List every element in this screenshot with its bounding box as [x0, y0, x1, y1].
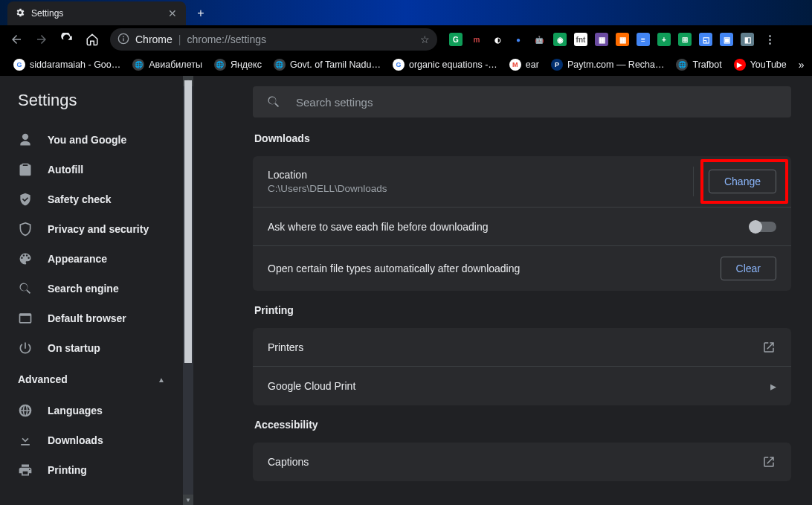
sidebar-scrollbar[interactable]: ▲ ▼: [183, 76, 193, 505]
forward-button[interactable]: [31, 29, 52, 50]
sidebar-item-languages[interactable]: Languages: [0, 396, 183, 425]
sidebar-item-label: Downloads: [48, 434, 103, 446]
bookmark-label: Govt. of Tamil Nadu…: [290, 59, 381, 70]
extension-icon[interactable]: ≡: [637, 33, 650, 46]
omnibox-scheme: Chrome: [135, 33, 173, 45]
downloads-card: Location C:\Users\DELL\Downloads Change …: [253, 156, 791, 291]
location-label: Location: [268, 169, 693, 181]
download-icon: [18, 433, 33, 448]
bookmark-item[interactable]: 🌐Govt. of Tamil Nadu…: [269, 57, 385, 72]
sidebar-item-autofill[interactable]: Autofill: [0, 155, 183, 184]
bookmark-item[interactable]: 🌐Trafbot: [671, 57, 726, 72]
bookmark-item[interactable]: 🌐Авиабилеты: [128, 57, 207, 72]
bookmark-label: ear: [526, 59, 539, 70]
site-info-icon[interactable]: [117, 33, 129, 47]
close-tab-button[interactable]: ✕: [167, 7, 178, 19]
browser-menu-button[interactable]: [764, 35, 775, 45]
palette-icon: [18, 251, 33, 266]
ask-before-download-row: Ask where to save each file before downl…: [253, 208, 791, 246]
settings-content: Downloads Location C:\Users\DELL\Downloa…: [193, 76, 812, 505]
section-title-downloads: Downloads: [254, 132, 791, 144]
extension-icon[interactable]: ▦: [616, 33, 629, 46]
new-tab-button[interactable]: +: [190, 3, 211, 24]
sidebar-item-printing[interactable]: Printing: [0, 455, 183, 485]
sidebar-item-downloads[interactable]: Downloads: [0, 425, 183, 455]
extension-icon[interactable]: +: [657, 33, 671, 46]
back-button[interactable]: [6, 29, 27, 50]
bookmark-favicon: M: [509, 59, 521, 71]
extension-icon[interactable]: ◱: [699, 33, 712, 46]
advanced-toggle[interactable]: Advanced ▲: [0, 363, 183, 396]
bookmark-item[interactable]: Gorganic equations -…: [388, 57, 502, 72]
sidebar-item-label: Autofill: [48, 164, 83, 176]
sidebar-item-label: You and Google: [48, 134, 126, 146]
external-link-icon: [761, 454, 776, 469]
extension-icon[interactable]: ●: [512, 33, 525, 46]
sidebar-item-appearance[interactable]: Appearance: [0, 244, 183, 274]
settings-app: Settings You and GoogleAutofillSafety ch…: [0, 76, 812, 505]
bookmark-label: organic equations -…: [409, 59, 497, 70]
clipboard-icon: [18, 162, 33, 177]
extension-icon[interactable]: ▣: [720, 33, 733, 46]
bookmark-item[interactable]: 🌐Яндекс: [210, 57, 266, 72]
scroll-down-arrow[interactable]: ▼: [183, 495, 193, 505]
extension-icon[interactable]: 🤖: [532, 33, 546, 46]
ask-toggle[interactable]: [750, 222, 776, 232]
auto-open-row: Open certain file types automatically af…: [253, 246, 791, 291]
bookmark-label: siddaramaiah - Goo…: [30, 59, 120, 70]
section-title-accessibility: Accessibility: [254, 419, 791, 431]
bookmark-item[interactable]: PPaytm.com — Recha…: [547, 57, 669, 72]
extension-icon[interactable]: G: [449, 33, 463, 46]
tab-title: Settings: [31, 8, 63, 19]
sidebar-item-default-browser[interactable]: Default browser: [0, 303, 183, 333]
google-cloud-print-row[interactable]: Google Cloud Print ▸: [253, 367, 791, 405]
page-title: Settings: [0, 76, 183, 125]
scrollbar-thumb[interactable]: [184, 80, 192, 363]
reload-button[interactable]: [57, 29, 77, 50]
extension-icon[interactable]: ⊞: [678, 33, 692, 46]
omnibox-url: chrome://settings: [187, 33, 266, 45]
clear-button[interactable]: Clear: [721, 257, 776, 280]
bookmarks-overflow-button[interactable]: »: [794, 59, 809, 71]
bookmark-favicon: 🌐: [274, 59, 286, 71]
sidebar-item-on-startup[interactable]: On startup: [0, 333, 183, 363]
home-button[interactable]: [82, 29, 103, 50]
address-bar[interactable]: Chrome | chrome://settings ☆: [110, 28, 437, 51]
sidebar-item-label: Default browser: [48, 312, 126, 324]
extension-icon[interactable]: ◉: [553, 33, 567, 46]
extension-icon[interactable]: ◐: [491, 33, 504, 46]
bookmark-item[interactable]: ▶YouTube: [729, 57, 791, 72]
sidebar-item-safety-check[interactable]: Safety check: [0, 184, 183, 214]
sidebar-item-privacy-and-security[interactable]: Privacy and security: [0, 214, 183, 244]
extension-icon[interactable]: ▦: [595, 33, 608, 46]
extension-icon[interactable]: ◧: [741, 33, 754, 46]
download-location-row: Location C:\Users\DELL\Downloads Change: [253, 156, 791, 208]
printing-card: Printers Google Cloud Print ▸: [253, 328, 791, 405]
bookmark-label: Яндекс: [231, 59, 262, 70]
bookmark-favicon: G: [13, 59, 25, 71]
bookmark-item[interactable]: Mear: [505, 57, 544, 72]
extension-icons: Gm◐●🤖◉fnt▦▦≡+⊞◱▣◧: [449, 33, 754, 46]
bookmark-item[interactable]: Gsiddaramaiah - Goo…: [9, 57, 125, 72]
search-icon: [18, 281, 33, 296]
bookmark-star-icon[interactable]: ☆: [420, 33, 430, 45]
external-link-icon: [761, 340, 776, 355]
extension-icon[interactable]: fnt: [574, 33, 587, 46]
bookmark-label: YouTube: [750, 59, 787, 70]
captions-row[interactable]: Captions: [253, 443, 791, 481]
power-icon: [18, 341, 33, 356]
chevron-up-icon: ▲: [158, 376, 165, 384]
sidebar-item-label: On startup: [48, 342, 100, 354]
extension-icon[interactable]: m: [470, 33, 483, 46]
printers-row[interactable]: Printers: [253, 328, 791, 367]
browser-tab[interactable]: Settings ✕: [7, 1, 186, 25]
sidebar-item-search-engine[interactable]: Search engine: [0, 274, 183, 303]
change-button[interactable]: Change: [709, 170, 776, 193]
sidebar-item-label: Search engine: [48, 283, 119, 295]
search-settings[interactable]: [253, 86, 791, 118]
sidebar-item-label: Appearance: [48, 253, 107, 265]
shield-check-icon: [18, 192, 33, 207]
search-input[interactable]: [296, 96, 778, 109]
location-value: C:\Users\DELL\Downloads: [268, 183, 693, 194]
sidebar-item-you-and-google[interactable]: You and Google: [0, 125, 183, 155]
